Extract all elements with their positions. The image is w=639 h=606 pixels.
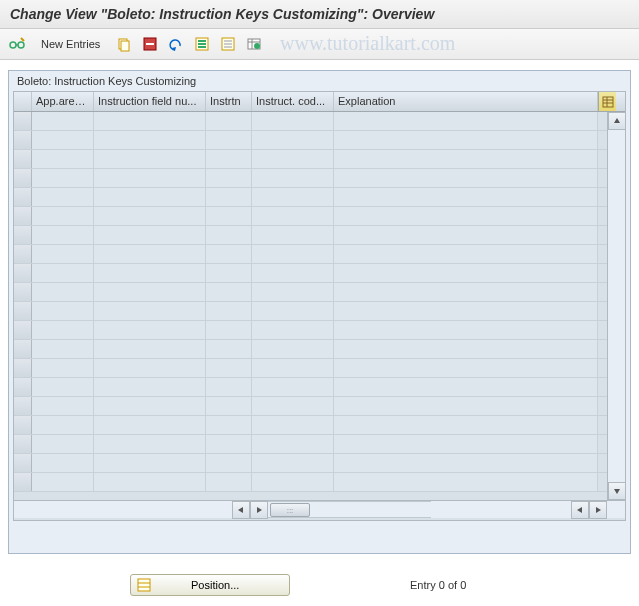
cell[interactable] xyxy=(334,302,598,320)
cell[interactable] xyxy=(334,150,598,168)
cell[interactable] xyxy=(334,340,598,358)
cell[interactable] xyxy=(206,435,252,453)
cell[interactable] xyxy=(252,131,334,149)
cell[interactable] xyxy=(206,359,252,377)
cell[interactable] xyxy=(334,378,598,396)
cell[interactable] xyxy=(206,302,252,320)
cell[interactable] xyxy=(206,169,252,187)
row-selector[interactable] xyxy=(14,188,32,206)
cell[interactable] xyxy=(32,131,94,149)
cell[interactable] xyxy=(94,131,206,149)
vertical-scrollbar[interactable] xyxy=(607,112,625,500)
cell[interactable] xyxy=(206,150,252,168)
select-all-button[interactable] xyxy=(191,33,213,55)
row-selector[interactable] xyxy=(14,226,32,244)
cell[interactable] xyxy=(206,283,252,301)
cell[interactable] xyxy=(252,359,334,377)
cell[interactable] xyxy=(206,321,252,339)
cell[interactable] xyxy=(94,188,206,206)
cell[interactable] xyxy=(252,150,334,168)
cell[interactable] xyxy=(334,131,598,149)
cell[interactable] xyxy=(334,226,598,244)
cell[interactable] xyxy=(32,454,94,472)
row-selector[interactable] xyxy=(14,359,32,377)
cell[interactable] xyxy=(94,473,206,491)
row-selector[interactable] xyxy=(14,264,32,282)
scroll-down-button[interactable] xyxy=(608,482,626,500)
copy-as-button[interactable] xyxy=(113,33,135,55)
cell[interactable] xyxy=(94,359,206,377)
row-selector-header[interactable] xyxy=(14,92,32,111)
cell[interactable] xyxy=(32,378,94,396)
cell[interactable] xyxy=(334,454,598,472)
cell[interactable] xyxy=(252,207,334,225)
cell[interactable] xyxy=(252,188,334,206)
row-selector[interactable] xyxy=(14,340,32,358)
cell[interactable] xyxy=(94,283,206,301)
column-header-explanation[interactable]: Explanation xyxy=(334,92,598,111)
delete-button[interactable] xyxy=(139,33,161,55)
cell[interactable] xyxy=(94,321,206,339)
cell[interactable] xyxy=(32,226,94,244)
row-selector[interactable] xyxy=(14,131,32,149)
cell[interactable] xyxy=(206,264,252,282)
cell[interactable] xyxy=(32,112,94,130)
cell[interactable] xyxy=(334,207,598,225)
cell[interactable] xyxy=(94,397,206,415)
cell[interactable] xyxy=(32,340,94,358)
cell[interactable] xyxy=(252,435,334,453)
row-selector[interactable] xyxy=(14,416,32,434)
toggle-display-change-button[interactable] xyxy=(6,33,28,55)
column-header-instrtn[interactable]: Instrtn xyxy=(206,92,252,111)
cell[interactable] xyxy=(334,283,598,301)
scroll-right-button-2[interactable] xyxy=(589,501,607,519)
new-entries-button[interactable]: New Entries xyxy=(32,35,109,53)
hscroll-track[interactable]: ::: xyxy=(268,501,431,518)
row-selector[interactable] xyxy=(14,473,32,491)
cell[interactable] xyxy=(94,454,206,472)
cell[interactable] xyxy=(32,169,94,187)
cell[interactable] xyxy=(206,188,252,206)
row-selector[interactable] xyxy=(14,321,32,339)
cell[interactable] xyxy=(334,473,598,491)
cell[interactable] xyxy=(334,112,598,130)
cell[interactable] xyxy=(252,340,334,358)
cell[interactable] xyxy=(94,340,206,358)
cell[interactable] xyxy=(252,378,334,396)
cell[interactable] xyxy=(252,226,334,244)
cell[interactable] xyxy=(252,245,334,263)
cell[interactable] xyxy=(94,207,206,225)
cell[interactable] xyxy=(32,397,94,415)
cell[interactable] xyxy=(334,188,598,206)
cell[interactable] xyxy=(206,112,252,130)
cell[interactable] xyxy=(94,169,206,187)
cell[interactable] xyxy=(206,397,252,415)
hscroll-thumb[interactable]: ::: xyxy=(270,503,310,517)
cell[interactable] xyxy=(32,150,94,168)
cell[interactable] xyxy=(32,473,94,491)
column-header-instruction-field[interactable]: Instruction field nu... xyxy=(94,92,206,111)
cell[interactable] xyxy=(252,321,334,339)
cell[interactable] xyxy=(334,321,598,339)
cell[interactable] xyxy=(252,473,334,491)
cell[interactable] xyxy=(252,283,334,301)
row-selector[interactable] xyxy=(14,397,32,415)
cell[interactable] xyxy=(206,454,252,472)
cell[interactable] xyxy=(334,416,598,434)
cell[interactable] xyxy=(334,264,598,282)
cell[interactable] xyxy=(206,378,252,396)
row-selector[interactable] xyxy=(14,169,32,187)
cell[interactable] xyxy=(252,454,334,472)
cell[interactable] xyxy=(94,378,206,396)
row-selector[interactable] xyxy=(14,454,32,472)
cell[interactable] xyxy=(94,112,206,130)
row-selector[interactable] xyxy=(14,435,32,453)
scroll-up-button[interactable] xyxy=(608,112,626,130)
cell[interactable] xyxy=(252,112,334,130)
cell[interactable] xyxy=(206,416,252,434)
cell[interactable] xyxy=(334,435,598,453)
deselect-all-button[interactable] xyxy=(217,33,239,55)
table-config-button[interactable] xyxy=(598,92,616,111)
cell[interactable] xyxy=(334,359,598,377)
cell[interactable] xyxy=(32,302,94,320)
